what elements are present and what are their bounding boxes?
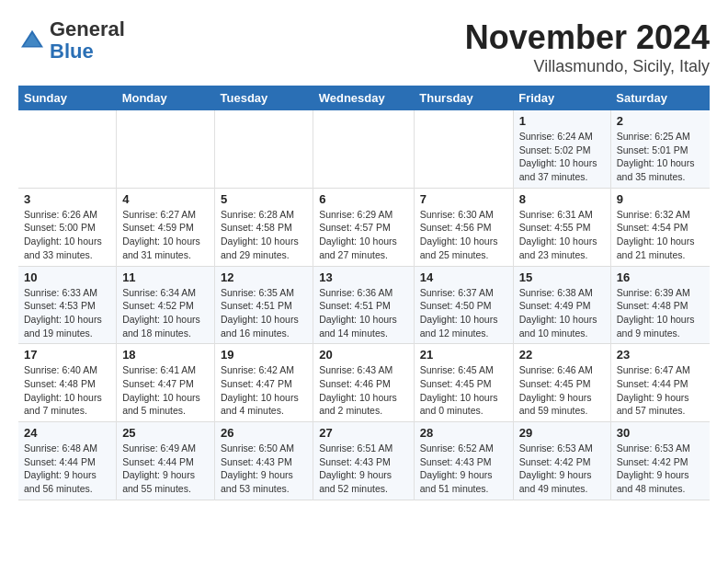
day-number: 2 bbox=[617, 114, 704, 128]
calendar-cell: 9Sunrise: 6:32 AM Sunset: 4:54 PM Daylig… bbox=[610, 188, 710, 266]
location-title: Villasmundo, Sicily, Italy bbox=[465, 57, 710, 76]
calendar-cell bbox=[313, 110, 415, 188]
calendar-cell: 20Sunrise: 6:43 AM Sunset: 4:46 PM Dayli… bbox=[313, 344, 415, 422]
day-info: Sunrise: 6:33 AM Sunset: 4:53 PM Dayligh… bbox=[24, 286, 110, 340]
day-info: Sunrise: 6:53 AM Sunset: 4:42 PM Dayligh… bbox=[519, 442, 605, 496]
calendar-cell: 17Sunrise: 6:40 AM Sunset: 4:48 PM Dayli… bbox=[18, 344, 117, 422]
calendar-cell: 7Sunrise: 6:30 AM Sunset: 4:56 PM Daylig… bbox=[414, 188, 513, 266]
day-number: 25 bbox=[122, 426, 209, 440]
day-info: Sunrise: 6:48 AM Sunset: 4:44 PM Dayligh… bbox=[24, 442, 110, 496]
month-title: November 2024 bbox=[465, 18, 710, 57]
calendar-cell: 19Sunrise: 6:42 AM Sunset: 4:47 PM Dayli… bbox=[215, 344, 313, 422]
day-info: Sunrise: 6:41 AM Sunset: 4:47 PM Dayligh… bbox=[122, 363, 209, 418]
day-info: Sunrise: 6:40 AM Sunset: 4:48 PM Dayligh… bbox=[24, 363, 110, 418]
calendar-cell bbox=[215, 110, 313, 188]
day-info: Sunrise: 6:37 AM Sunset: 4:50 PM Dayligh… bbox=[420, 286, 507, 340]
calendar-cell: 2Sunrise: 6:25 AM Sunset: 5:01 PM Daylig… bbox=[610, 110, 710, 188]
calendar-cell: 6Sunrise: 6:29 AM Sunset: 4:57 PM Daylig… bbox=[313, 188, 415, 266]
calendar-cell: 26Sunrise: 6:50 AM Sunset: 4:43 PM Dayli… bbox=[215, 422, 313, 500]
day-info: Sunrise: 6:38 AM Sunset: 4:49 PM Dayligh… bbox=[519, 286, 605, 340]
calendar-cell: 5Sunrise: 6:28 AM Sunset: 4:58 PM Daylig… bbox=[215, 188, 313, 266]
day-info: Sunrise: 6:51 AM Sunset: 4:43 PM Dayligh… bbox=[319, 442, 408, 496]
title-block: November 2024 Villasmundo, Sicily, Italy bbox=[465, 18, 710, 76]
day-number: 5 bbox=[221, 192, 307, 206]
calendar-cell: 16Sunrise: 6:39 AM Sunset: 4:48 PM Dayli… bbox=[610, 266, 710, 344]
logo-icon bbox=[18, 27, 46, 54]
day-info: Sunrise: 6:47 AM Sunset: 4:44 PM Dayligh… bbox=[617, 363, 704, 418]
day-number: 18 bbox=[122, 348, 209, 362]
calendar-cell: 23Sunrise: 6:47 AM Sunset: 4:44 PM Dayli… bbox=[610, 344, 710, 422]
weekday-header-sunday: Sunday bbox=[18, 86, 117, 110]
calendar-week-row: 10Sunrise: 6:33 AM Sunset: 4:53 PM Dayli… bbox=[18, 266, 710, 344]
day-info: Sunrise: 6:49 AM Sunset: 4:44 PM Dayligh… bbox=[122, 442, 209, 496]
weekday-header-monday: Monday bbox=[117, 86, 215, 110]
day-number: 8 bbox=[519, 192, 605, 206]
day-info: Sunrise: 6:30 AM Sunset: 4:56 PM Dayligh… bbox=[420, 208, 507, 262]
weekday-header-row: SundayMondayTuesdayWednesdayThursdayFrid… bbox=[18, 86, 710, 110]
day-info: Sunrise: 6:35 AM Sunset: 4:51 PM Dayligh… bbox=[221, 286, 307, 340]
calendar-cell: 3Sunrise: 6:26 AM Sunset: 5:00 PM Daylig… bbox=[18, 188, 117, 266]
day-number: 6 bbox=[319, 192, 408, 206]
day-number: 12 bbox=[221, 270, 307, 284]
day-number: 20 bbox=[319, 348, 408, 362]
day-number: 29 bbox=[519, 426, 605, 440]
day-number: 22 bbox=[519, 348, 605, 362]
day-number: 3 bbox=[24, 192, 110, 206]
day-number: 4 bbox=[122, 192, 209, 206]
calendar-cell: 13Sunrise: 6:36 AM Sunset: 4:51 PM Dayli… bbox=[313, 266, 415, 344]
weekday-header-friday: Friday bbox=[513, 86, 610, 110]
day-number: 30 bbox=[617, 426, 704, 440]
day-info: Sunrise: 6:24 AM Sunset: 5:02 PM Dayligh… bbox=[519, 130, 605, 184]
day-number: 7 bbox=[420, 192, 507, 206]
day-number: 17 bbox=[24, 348, 110, 362]
day-number: 27 bbox=[319, 426, 408, 440]
calendar-cell: 15Sunrise: 6:38 AM Sunset: 4:49 PM Dayli… bbox=[513, 266, 610, 344]
calendar-cell: 11Sunrise: 6:34 AM Sunset: 4:52 PM Dayli… bbox=[117, 266, 215, 344]
day-number: 26 bbox=[221, 426, 307, 440]
day-number: 23 bbox=[617, 348, 704, 362]
calendar-week-row: 3Sunrise: 6:26 AM Sunset: 5:00 PM Daylig… bbox=[18, 188, 710, 266]
calendar-week-row: 24Sunrise: 6:48 AM Sunset: 4:44 PM Dayli… bbox=[18, 422, 710, 500]
day-info: Sunrise: 6:46 AM Sunset: 4:45 PM Dayligh… bbox=[519, 363, 605, 418]
day-number: 21 bbox=[420, 348, 507, 362]
calendar-table: SundayMondayTuesdayWednesdayThursdayFrid… bbox=[18, 86, 710, 500]
day-info: Sunrise: 6:28 AM Sunset: 4:58 PM Dayligh… bbox=[221, 208, 307, 262]
calendar-cell: 29Sunrise: 6:53 AM Sunset: 4:42 PM Dayli… bbox=[513, 422, 610, 500]
day-info: Sunrise: 6:52 AM Sunset: 4:43 PM Dayligh… bbox=[420, 442, 507, 496]
day-info: Sunrise: 6:39 AM Sunset: 4:48 PM Dayligh… bbox=[617, 286, 704, 340]
day-number: 14 bbox=[420, 270, 507, 284]
day-number: 19 bbox=[221, 348, 307, 362]
day-info: Sunrise: 6:43 AM Sunset: 4:46 PM Dayligh… bbox=[319, 363, 408, 418]
day-info: Sunrise: 6:53 AM Sunset: 4:42 PM Dayligh… bbox=[617, 442, 704, 496]
logo-general-text: General bbox=[50, 17, 125, 40]
day-info: Sunrise: 6:26 AM Sunset: 5:00 PM Dayligh… bbox=[24, 208, 110, 262]
day-number: 24 bbox=[24, 426, 110, 440]
page-header: General Blue November 2024 Villasmundo, … bbox=[18, 18, 710, 76]
calendar-cell: 21Sunrise: 6:45 AM Sunset: 4:45 PM Dayli… bbox=[414, 344, 513, 422]
calendar-cell: 18Sunrise: 6:41 AM Sunset: 4:47 PM Dayli… bbox=[117, 344, 215, 422]
weekday-header-wednesday: Wednesday bbox=[313, 86, 415, 110]
weekday-header-thursday: Thursday bbox=[414, 86, 513, 110]
calendar-cell: 30Sunrise: 6:53 AM Sunset: 4:42 PM Dayli… bbox=[610, 422, 710, 500]
day-number: 1 bbox=[519, 114, 605, 128]
day-number: 28 bbox=[420, 426, 507, 440]
calendar-cell: 8Sunrise: 6:31 AM Sunset: 4:55 PM Daylig… bbox=[513, 188, 610, 266]
day-info: Sunrise: 6:36 AM Sunset: 4:51 PM Dayligh… bbox=[319, 286, 408, 340]
calendar-week-row: 1Sunrise: 6:24 AM Sunset: 5:02 PM Daylig… bbox=[18, 110, 710, 188]
calendar-cell: 1Sunrise: 6:24 AM Sunset: 5:02 PM Daylig… bbox=[513, 110, 610, 188]
day-info: Sunrise: 6:27 AM Sunset: 4:59 PM Dayligh… bbox=[122, 208, 209, 262]
calendar-cell bbox=[414, 110, 513, 188]
calendar-cell: 4Sunrise: 6:27 AM Sunset: 4:59 PM Daylig… bbox=[117, 188, 215, 266]
day-info: Sunrise: 6:32 AM Sunset: 4:54 PM Dayligh… bbox=[617, 208, 704, 262]
calendar-cell bbox=[18, 110, 117, 188]
calendar-cell: 14Sunrise: 6:37 AM Sunset: 4:50 PM Dayli… bbox=[414, 266, 513, 344]
calendar-cell: 10Sunrise: 6:33 AM Sunset: 4:53 PM Dayli… bbox=[18, 266, 117, 344]
calendar-cell: 27Sunrise: 6:51 AM Sunset: 4:43 PM Dayli… bbox=[313, 422, 415, 500]
weekday-header-saturday: Saturday bbox=[610, 86, 710, 110]
calendar-cell bbox=[117, 110, 215, 188]
calendar-cell: 22Sunrise: 6:46 AM Sunset: 4:45 PM Dayli… bbox=[513, 344, 610, 422]
logo: General Blue bbox=[18, 18, 125, 63]
weekday-header-tuesday: Tuesday bbox=[215, 86, 313, 110]
logo-blue-text: Blue bbox=[50, 40, 94, 63]
day-info: Sunrise: 6:45 AM Sunset: 4:45 PM Dayligh… bbox=[420, 363, 507, 418]
